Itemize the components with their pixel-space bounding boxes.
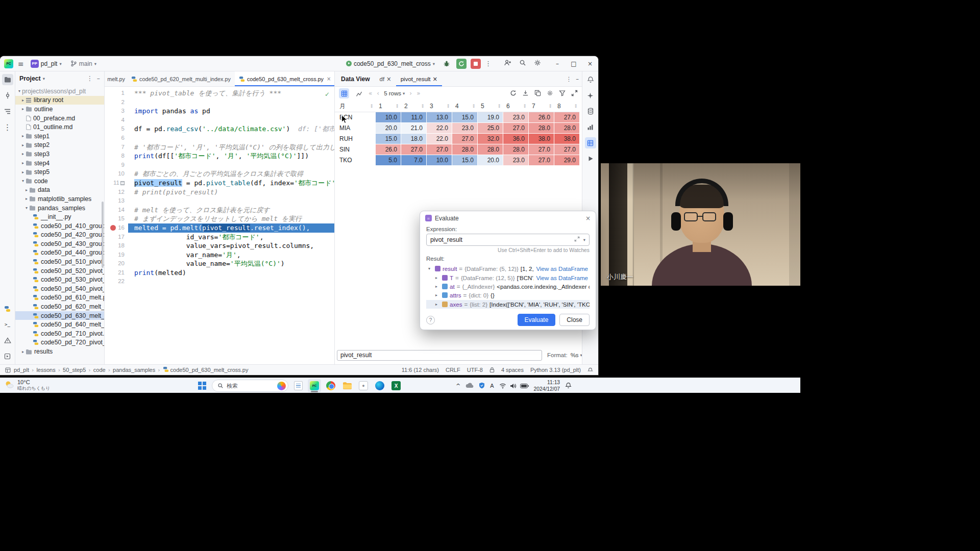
code-line[interactable]: 10# 都市ごとの、月ごとの平均気温をクロス集計表で取得 — [105, 169, 334, 179]
table-column-header[interactable]: 7↕ — [529, 101, 554, 112]
taskbar-chrome[interactable] — [324, 379, 337, 392]
table-column-header[interactable]: 2↕ — [401, 101, 427, 112]
editor-gutter[interactable]: 10 — [105, 169, 128, 179]
taskbar-notepad[interactable] — [291, 379, 305, 392]
code-line[interactable]: 9 — [105, 161, 334, 170]
table-cell[interactable]: 22.0 — [427, 123, 452, 134]
structure-tool-icon[interactable] — [2, 106, 13, 117]
sort-icon[interactable]: ↕ — [395, 104, 399, 109]
line-separator[interactable]: CRLF — [446, 367, 460, 373]
editor-gutter[interactable]: 12 — [105, 188, 128, 197]
table-cell[interactable]: 26.0 — [529, 112, 554, 123]
sort-icon[interactable]: ↕ — [370, 104, 374, 109]
table-cell[interactable]: 28.0 — [529, 123, 554, 134]
editor-gutter[interactable]: 19 — [105, 251, 128, 260]
project-widget[interactable]: PP pd_plt ▾ — [29, 59, 64, 69]
breakpoint-icon[interactable] — [110, 225, 116, 231]
table-cell[interactable]: 10.0 — [376, 112, 401, 123]
code-editor[interactable]: 1*** pivot_table を使って、集計を行う ***23import … — [105, 87, 334, 364]
project-tree-item[interactable]: code50_pd_620_melt_multi_index.py — [15, 302, 104, 311]
editor-gutter[interactable]: 16 — [105, 223, 128, 233]
breadcrumb-item[interactable]: code — [93, 367, 106, 373]
plots-chart-icon[interactable] — [585, 121, 596, 133]
expand-editor-icon[interactable] — [574, 236, 580, 243]
hidden-icons-button[interactable]: ^ — [456, 383, 460, 389]
table-cell[interactable]: 28.0 — [554, 123, 580, 134]
settings-gear-icon[interactable] — [547, 90, 553, 97]
table-cell[interactable]: 26.0 — [376, 144, 401, 155]
taskbar-app[interactable]: ● — [357, 379, 370, 392]
table-cell[interactable]: 11.0 — [401, 112, 427, 123]
table-cell[interactable]: 19.0 — [478, 112, 503, 123]
evaluate-button[interactable]: Evaluate — [518, 314, 556, 326]
help-icon[interactable]: ? — [426, 316, 435, 324]
project-tree-item[interactable]: code50_pd_540_pivot_table_cross_mu — [15, 284, 104, 293]
hide-panel-icon[interactable]: – — [97, 75, 100, 82]
more-actions-icon[interactable]: ⋮ — [485, 60, 492, 67]
sort-icon[interactable]: ↕ — [574, 104, 578, 109]
project-tree-item[interactable]: ▸data — [15, 186, 104, 195]
editor-gutter[interactable]: 3 — [105, 107, 128, 116]
expression-input[interactable]: pivot_result — [337, 350, 542, 361]
table-cell[interactable]: 5.0 — [376, 155, 401, 166]
bookmark-icon[interactable] — [120, 181, 125, 185]
code-line[interactable]: 17 id_vars='都市コード', — [105, 233, 334, 242]
editor-gutter[interactable]: 8 — [105, 152, 128, 161]
table-cell[interactable]: 28.0 — [503, 144, 529, 155]
prev-page-icon[interactable]: ‹ — [377, 90, 379, 97]
project-panel-header[interactable]: Project ▾ ⋮ – — [15, 71, 104, 86]
table-cell[interactable]: 20.0 — [376, 123, 401, 134]
evaluate-result-row[interactable]: ▸T = {DataFrame: (12, 5)}['BCN', 'MIA', … — [426, 273, 590, 282]
first-page-icon[interactable]: « — [369, 90, 372, 97]
close-window-button[interactable]: × — [582, 56, 598, 71]
project-tree-item[interactable]: code50_pd_510_pivot_table.py — [15, 257, 104, 266]
table-cell[interactable]: 23.0 — [503, 155, 529, 166]
code-line[interactable]: 21print(melted) — [105, 268, 334, 278]
project-tree-item[interactable]: code50_pd_720_pivot_redundant.py — [15, 338, 104, 347]
table-cell[interactable]: 38.0 — [554, 134, 580, 144]
editor-gutter[interactable]: 1 — [105, 89, 128, 98]
editor-gutter[interactable]: 4 — [105, 116, 128, 125]
code-line[interactable]: 1*** pivot_table を使って、集計を行う *** — [105, 89, 334, 98]
security-shield-icon[interactable] — [479, 382, 485, 390]
minimize-button[interactable]: – — [549, 56, 566, 71]
problems-icon[interactable] — [2, 335, 13, 346]
chevron-right-icon[interactable]: ▸ — [435, 293, 440, 297]
code-line[interactable]: 14# melt を使って、クロス集計表を元に戻す — [105, 206, 334, 215]
close-tab-icon[interactable]: × — [433, 76, 438, 83]
chevron-right-icon[interactable]: ▸ — [435, 276, 440, 280]
view-as-dataframe-link[interactable]: View as DataFrame — [536, 274, 590, 281]
panel-title[interactable]: Data View — [335, 71, 375, 86]
table-row-label[interactable]: SIN — [335, 144, 376, 155]
settings-gear-icon[interactable] — [534, 59, 541, 68]
tab-df[interactable]: df × — [375, 71, 396, 86]
table-cell[interactable]: 10.0 — [427, 155, 452, 166]
tab-pivot-result[interactable]: pivot_result × — [396, 71, 442, 86]
project-tree-item[interactable]: code50_pd_630_melt_cross.py — [15, 311, 104, 320]
chevron-right-icon[interactable]: ▸ — [435, 302, 440, 307]
weather-widget[interactable]: 10°C 晴れのちくもり — [4, 379, 50, 391]
filter-funnel-icon[interactable] — [559, 90, 566, 97]
table-cell[interactable]: 7.0 — [401, 155, 427, 166]
project-tree-item[interactable]: ▸step2 — [15, 141, 104, 150]
editor-gutter[interactable]: 6 — [105, 134, 128, 143]
code-line[interactable]: 19 var_name='月', — [105, 251, 334, 260]
table-cell[interactable]: 27.0 — [554, 144, 580, 155]
close-dialog-icon[interactable]: × — [585, 215, 591, 222]
taskbar-search[interactable]: 検索 — [212, 380, 288, 392]
next-page-icon[interactable]: › — [409, 90, 412, 97]
project-tree-item[interactable]: code50_pd_710_pivot.py — [15, 329, 104, 338]
project-tree-item[interactable]: code50_pd_430_groupby_multi_index — [15, 239, 104, 248]
table-cell[interactable]: 27.0 — [401, 144, 427, 155]
tab-melt-py[interactable]: melt.py — [105, 71, 127, 86]
sort-icon[interactable]: ↕ — [421, 104, 425, 109]
commit-tool-icon[interactable] — [2, 90, 13, 101]
file-encoding[interactable]: UTF-8 — [467, 367, 483, 373]
code-line[interactable]: 11pivot_result = pd.pivot_table(df, inde… — [105, 179, 334, 188]
ime-indicator[interactable]: A — [490, 383, 494, 389]
code-line[interactable]: 8print(df[['都市コード', '月', '平均気温(°C)']]) — [105, 152, 334, 161]
project-tree-item[interactable]: code50_pd_520_pivot_table_multi_ — [15, 266, 104, 276]
editor-gutter[interactable]: 22 — [105, 277, 128, 286]
table-cell[interactable]: 27.0 — [452, 134, 478, 144]
taskbar-clock[interactable]: 11:13 2024/12/07 — [534, 379, 560, 393]
